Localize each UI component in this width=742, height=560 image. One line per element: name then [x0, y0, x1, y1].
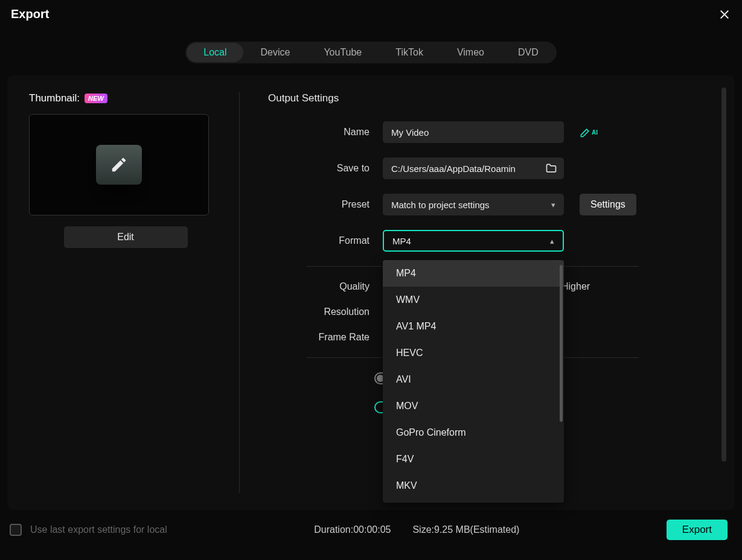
chevron-up-icon: ▴ — [550, 237, 554, 246]
resolution-label: Resolution — [268, 307, 383, 317]
settings-button[interactable]: Settings — [580, 194, 636, 215]
format-select[interactable]: MP4 ▴ — [383, 230, 564, 252]
edit-icon — [96, 145, 142, 185]
edit-thumbnail-button[interactable]: Edit — [64, 226, 188, 248]
folder-icon[interactable] — [545, 162, 558, 175]
tab-dvd[interactable]: DVD — [501, 43, 555, 62]
preset-select[interactable]: Match to project settings ▾ — [383, 194, 564, 215]
size-text: Size:9.25 MB(Estimated) — [412, 524, 519, 535]
format-option-hevc[interactable]: HEVC — [383, 340, 564, 366]
window-title: Export — [11, 7, 49, 21]
format-label: Format — [268, 235, 383, 246]
format-option-wmv[interactable]: WMV — [383, 287, 564, 313]
preset-value: Match to project settings — [391, 200, 490, 210]
uselast-label: Use last export settings for local — [30, 524, 167, 535]
format-option-avi[interactable]: AVI — [383, 366, 564, 393]
quality-higher-label: Higher — [561, 281, 590, 292]
format-option-gopro[interactable]: GoPro Cineform — [383, 419, 564, 446]
format-option-mkv[interactable]: MKV — [383, 472, 564, 499]
name-label: Name — [268, 127, 383, 138]
chevron-down-icon: ▾ — [551, 200, 555, 209]
framerate-label: Frame Rate — [268, 332, 383, 343]
ai-rename-icon[interactable]: AI — [580, 126, 598, 138]
tab-device[interactable]: Device — [243, 43, 307, 62]
tab-tiktok[interactable]: TikTok — [379, 43, 440, 62]
scrollbar[interactable] — [721, 88, 726, 462]
thumbnail-label: Thumbnail: — [29, 92, 80, 104]
quality-label: Quality — [268, 281, 383, 292]
format-option-f4v[interactable]: F4V — [383, 446, 564, 472]
thumbnail-preview[interactable] — [29, 114, 209, 215]
new-badge: NEW — [85, 94, 107, 103]
saveto-label: Save to — [268, 163, 383, 174]
name-input[interactable] — [383, 121, 564, 143]
tab-vimeo[interactable]: Vimeo — [440, 43, 501, 62]
format-option-av1mp4[interactable]: AV1 MP4 — [383, 313, 564, 340]
tab-local[interactable]: Local — [187, 43, 243, 62]
format-option-mp4[interactable]: MP4 — [383, 260, 564, 287]
format-dropdown: MP4 WMV AV1 MP4 HEVC AVI MOV GoPro Cinef… — [383, 260, 564, 503]
tab-youtube[interactable]: YouTube — [307, 43, 379, 62]
dropdown-scrollbar[interactable] — [560, 265, 563, 422]
close-icon[interactable] — [718, 8, 731, 21]
format-value: MP4 — [392, 236, 411, 246]
uselast-checkbox[interactable] — [10, 524, 22, 536]
preset-label: Preset — [268, 199, 383, 210]
saveto-input[interactable] — [383, 158, 564, 179]
format-option-mov[interactable]: MOV — [383, 393, 564, 419]
export-tabs: Local Device YouTube TikTok Vimeo DVD — [0, 42, 742, 63]
output-settings-title: Output Settings — [268, 92, 717, 104]
export-button[interactable]: Export — [667, 520, 728, 540]
duration-text: Duration:00:00:05 — [314, 524, 391, 535]
